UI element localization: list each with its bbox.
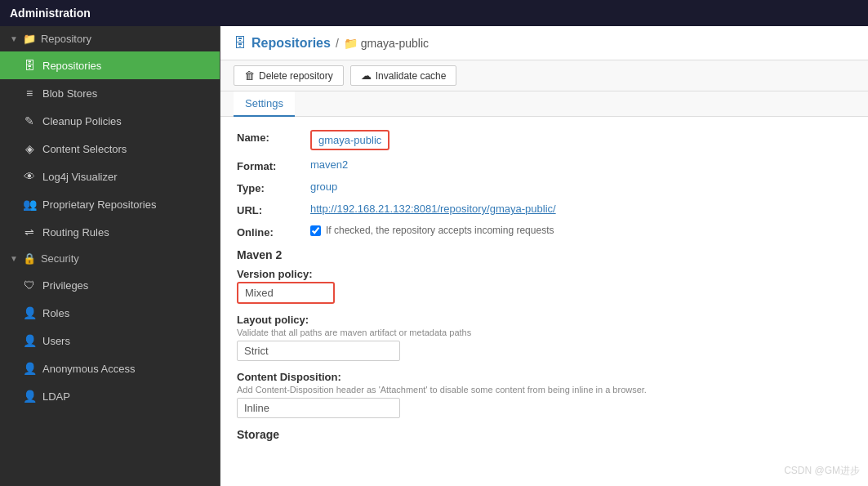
invalidate-cache-button[interactable]: ☁ Invalidate cache bbox=[350, 65, 457, 86]
sidebar-item-label: Users bbox=[42, 335, 70, 347]
sidebar-section-security[interactable]: ▼ 🔒 Security bbox=[0, 246, 220, 271]
sidebar-item-repositories[interactable]: 🗄 Repositories bbox=[0, 51, 220, 79]
arrow-icon: ▼ bbox=[10, 254, 18, 263]
field-group-layout-policy: Layout policy: Validate that all paths a… bbox=[237, 314, 852, 361]
format-value: maven2 bbox=[310, 158, 348, 171]
sidebar-item-users[interactable]: 👤 Users bbox=[0, 327, 220, 354]
invalidate-icon: ☁ bbox=[361, 69, 372, 82]
content-disposition-value[interactable]: Inline bbox=[237, 398, 400, 418]
content-header: 🗄 Repositories / 📁 gmaya-public bbox=[220, 26, 868, 60]
sidebar-item-roles[interactable]: 👤 Roles bbox=[0, 299, 220, 327]
top-bar-title: Administration bbox=[10, 7, 91, 20]
sidebar-item-anonymous-access[interactable]: 👤 Anonymous Access bbox=[0, 354, 220, 382]
sidebar-section-label: Security bbox=[41, 252, 79, 265]
toolbar: 🗑 Delete repository ☁ Invalidate cache bbox=[220, 60, 868, 91]
routing-icon: ⇌ bbox=[23, 225, 36, 239]
layout-policy-value[interactable]: Strict bbox=[237, 341, 400, 361]
breadcrumb-sub: 📁 gmaya-public bbox=[344, 37, 429, 50]
layout-policy-hint: Validate that all paths are maven artifa… bbox=[237, 328, 852, 337]
invalidate-label: Invalidate cache bbox=[376, 70, 447, 82]
form-row-format: Format: maven2 bbox=[237, 158, 852, 172]
privileges-icon: 🛡 bbox=[23, 279, 36, 292]
name-value: gmaya-public bbox=[310, 130, 389, 150]
sidebar-item-blob-stores[interactable]: ≡ Blob Stores bbox=[0, 79, 220, 107]
online-hint: If checked, the repository accepts incom… bbox=[326, 225, 554, 236]
type-label: Type: bbox=[237, 181, 310, 194]
repositories-icon: 🗄 bbox=[23, 59, 36, 72]
form-row-url: URL: http://192.168.21.132:8081/reposito… bbox=[237, 203, 852, 216]
url-label: URL: bbox=[237, 203, 310, 216]
sidebar-item-label: Proprietary Repositories bbox=[42, 198, 156, 211]
cleanup-icon: ✎ bbox=[23, 114, 36, 127]
breadcrumb-child-icon: 📁 bbox=[344, 37, 358, 50]
log4j-icon: 👁 bbox=[23, 170, 36, 183]
sidebar-section-repository[interactable]: ▼ 📁 Repository bbox=[0, 26, 220, 51]
breadcrumb-parent-icon: 🗄 bbox=[234, 36, 247, 51]
format-label: Format: bbox=[237, 158, 310, 172]
layout-policy-label: Layout policy: bbox=[237, 314, 852, 326]
content-area: 🗄 Repositories / 📁 gmaya-public 🗑 Delete… bbox=[220, 26, 868, 486]
url-value[interactable]: http://192.168.21.132:8081/repository/gm… bbox=[310, 203, 556, 215]
sidebar-item-ldap[interactable]: 👤 LDAP bbox=[0, 382, 220, 410]
proprietary-icon: 👥 bbox=[23, 198, 36, 211]
ldap-icon: 👤 bbox=[23, 390, 36, 403]
delete-icon: 🗑 bbox=[244, 69, 255, 82]
blob-stores-icon: ≡ bbox=[23, 87, 36, 100]
sidebar-item-label: Routing Rules bbox=[42, 226, 109, 239]
type-value: group bbox=[310, 181, 337, 193]
storage-heading: Storage bbox=[237, 428, 852, 441]
online-row: If checked, the repository accepts incom… bbox=[310, 225, 554, 236]
version-policy-value[interactable]: Mixed bbox=[237, 282, 335, 304]
name-label: Name: bbox=[237, 130, 310, 144]
form-row-type: Type: group bbox=[237, 181, 852, 194]
content-wrapper: 🗄 Repositories / 📁 gmaya-public 🗑 Delete… bbox=[220, 26, 868, 486]
sidebar-item-label: Privileges bbox=[42, 279, 88, 292]
arrow-icon: ▼ bbox=[10, 34, 18, 43]
sidebar-item-label: Cleanup Policies bbox=[42, 115, 122, 127]
top-bar: Administration bbox=[0, 0, 868, 26]
sidebar-item-privileges[interactable]: 🛡 Privileges bbox=[0, 271, 220, 299]
delete-label: Delete repository bbox=[259, 70, 333, 82]
maven2-heading: Maven 2 bbox=[237, 248, 852, 261]
content-disposition-hint: Add Content-Disposition header as 'Attac… bbox=[237, 385, 852, 395]
tab-settings[interactable]: Settings bbox=[234, 91, 295, 117]
form-row-name: Name: gmaya-public bbox=[237, 130, 852, 150]
breadcrumb-separator: / bbox=[336, 37, 339, 50]
roles-icon: 👤 bbox=[23, 306, 36, 319]
version-policy-label: Version policy: bbox=[237, 268, 852, 280]
breadcrumb-child-label: gmaya-public bbox=[361, 37, 429, 50]
sidebar-item-log4j[interactable]: 👁 Log4j Visualizer bbox=[0, 163, 220, 190]
sidebar-item-label: Repositories bbox=[42, 60, 101, 72]
sidebar-item-label: Log4j Visualizer bbox=[42, 171, 118, 183]
delete-repository-button[interactable]: 🗑 Delete repository bbox=[234, 65, 344, 86]
sidebar-item-label: Anonymous Access bbox=[42, 363, 135, 375]
form-area: Name: gmaya-public Format: maven2 Type: … bbox=[220, 117, 868, 486]
tab-settings-label: Settings bbox=[245, 97, 283, 109]
content-disposition-label: Content Disposition: bbox=[237, 371, 852, 383]
sidebar: ▼ 📁 Repository 🗄 Repositories ≡ Blob Sto… bbox=[0, 26, 220, 486]
users-icon: 👤 bbox=[23, 334, 36, 347]
online-label: Online: bbox=[237, 225, 310, 239]
sidebar-section-label: Repository bbox=[41, 33, 91, 45]
anonymous-icon: 👤 bbox=[23, 362, 36, 375]
field-group-content-disposition: Content Disposition: Add Content-Disposi… bbox=[237, 371, 852, 418]
sidebar-item-label: Content Selectors bbox=[42, 143, 127, 155]
online-checkbox[interactable] bbox=[310, 225, 321, 236]
sidebar-item-label: LDAP bbox=[42, 390, 70, 403]
sidebar-item-routing-rules[interactable]: ⇌ Routing Rules bbox=[0, 218, 220, 246]
sidebar-item-proprietary-repos[interactable]: 👥 Proprietary Repositories bbox=[0, 190, 220, 218]
security-section-icon: 🔒 bbox=[23, 252, 36, 265]
repo-section-icon: 📁 bbox=[23, 33, 36, 45]
sidebar-item-content-selectors[interactable]: ◈ Content Selectors bbox=[0, 135, 220, 163]
sidebar-item-cleanup-policies[interactable]: ✎ Cleanup Policies bbox=[0, 107, 220, 135]
settings-tabs: Settings bbox=[220, 91, 868, 117]
form-row-online: Online: If checked, the repository accep… bbox=[237, 225, 852, 239]
content-selectors-icon: ◈ bbox=[23, 142, 36, 155]
sidebar-item-label: Roles bbox=[42, 307, 69, 319]
breadcrumb-parent-link[interactable]: Repositories bbox=[251, 36, 331, 51]
field-group-version-policy: Version policy: Mixed bbox=[237, 268, 852, 304]
sidebar-item-label: Blob Stores bbox=[42, 87, 97, 100]
